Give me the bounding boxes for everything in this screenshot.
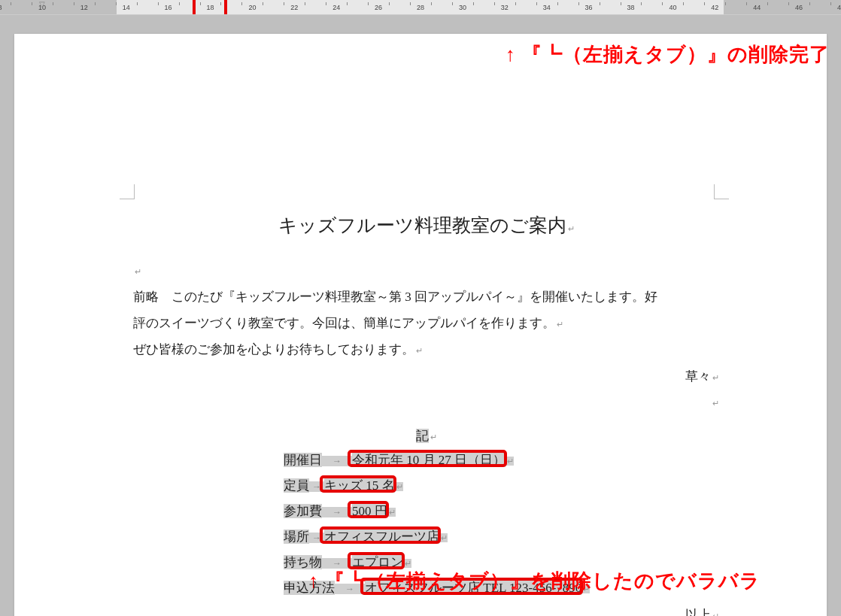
tab-arrow-icon: → xyxy=(335,584,365,594)
return-mark: ↵ xyxy=(395,482,403,491)
margin-corner-tr xyxy=(714,184,729,199)
body-line-3: ぜひ皆様のご参加を心よりお待ちしております。↵ xyxy=(133,337,719,363)
ruler-number: 32 xyxy=(501,4,509,11)
ruler-number: 22 xyxy=(290,4,298,11)
ruler-number: 46 xyxy=(795,4,803,11)
ruler-number: 40 xyxy=(669,4,676,11)
indent-marker-icon[interactable]: ▽ xyxy=(39,0,47,8)
return-mark: ↵ xyxy=(403,559,411,568)
detail-row: 定員→キッズ 15 名↵ xyxy=(284,473,719,499)
blank-line: ↵ xyxy=(133,258,719,284)
ruler-number: 36 xyxy=(585,4,593,11)
ruler-number: 8 xyxy=(0,4,2,11)
detail-row: 参加費→500 円↵ xyxy=(284,499,719,524)
ruler-number: 30 xyxy=(459,4,466,11)
document-page: キッズフルーツ料理教室のご案内↵ ↵ 前略 このたび『キッズフルーツ料理教室～第… xyxy=(14,34,827,616)
detail-value: 500 円 xyxy=(352,504,387,518)
detail-value: オフィスフルーツ店 xyxy=(324,530,439,544)
detail-row: 開催日→令和元年 10 月 27 日（日）↵ xyxy=(284,448,719,473)
ruler-number: 20 xyxy=(248,4,256,11)
detail-label: 持ち物 xyxy=(284,555,322,569)
ruler-number: 38 xyxy=(627,4,634,11)
return-mark: ↵ xyxy=(506,457,514,466)
ruler-number: 18 xyxy=(206,4,214,11)
detail-value: オフィスフルーツ店 TEL 123-456-7890 xyxy=(365,581,581,595)
detail-row: 場所→オフィスフルーツ店↵ xyxy=(284,524,719,550)
ruler-number: 24 xyxy=(332,4,340,11)
page-area: キッズフルーツ料理教室のご案内↵ ↵ 前略 このたび『キッズフルーツ料理教室～第… xyxy=(0,15,841,616)
ruler-number: 16 xyxy=(165,4,172,11)
detail-block: 開催日→令和元年 10 月 27 日（日）↵定員→キッズ 15 名↵参加費→50… xyxy=(284,448,719,601)
body-line-1: 前略 このたび『キッズフルーツ料理教室～第 3 回アップルパイ～』を開催いたしま… xyxy=(133,284,719,311)
tab-arrow-icon: → xyxy=(322,558,352,569)
detail-label: 定員 xyxy=(284,478,309,493)
closing-soso: 草々↵ xyxy=(133,364,719,390)
page-title: キッズフルーツ料理教室のご案内↵ xyxy=(133,207,719,244)
blank-line-2: ↵ xyxy=(133,390,719,416)
ijo-closing: 以上↵ xyxy=(133,602,719,616)
tab-arrow-icon: → xyxy=(309,533,324,543)
ki-heading: 記↵ xyxy=(133,423,719,449)
margin-corner-tl xyxy=(120,184,135,199)
tab-arrow-icon: → xyxy=(322,507,352,517)
detail-label: 参加費 xyxy=(284,504,322,518)
ruler-number: 12 xyxy=(80,4,88,11)
return-mark: ↵ xyxy=(387,508,396,517)
return-mark: ↵ xyxy=(566,224,575,233)
return-mark: ↵ xyxy=(581,584,590,593)
detail-value: エプロン xyxy=(352,555,403,569)
return-mark: ↵ xyxy=(439,533,448,542)
ruler-number: 44 xyxy=(753,4,761,11)
ruler-number: 14 xyxy=(123,4,130,11)
ruler-number: 42 xyxy=(711,4,718,11)
tab-arrow-icon: → xyxy=(309,481,324,492)
tab-arrow-icon: → xyxy=(322,456,352,466)
ruler-number: 34 xyxy=(543,4,551,11)
detail-label: 申込方法 xyxy=(284,581,335,595)
ruler-number: 26 xyxy=(375,4,382,11)
horizontal-ruler[interactable]: 8101214161820222426283032343638404244464… xyxy=(0,0,841,15)
ruler-number: 48 xyxy=(837,4,841,11)
detail-label: 場所 xyxy=(284,530,309,544)
detail-value: 令和元年 10 月 27 日（日） xyxy=(352,453,506,467)
detail-value: キッズ 15 名 xyxy=(324,478,395,493)
ruler-number: 28 xyxy=(417,4,424,11)
document-content: キッズフルーツ料理教室のご案内↵ ↵ 前略 このたび『キッズフルーツ料理教室～第… xyxy=(133,207,719,616)
body-line-2: 評のスイーツづくり教室です。今回は、簡単にアップルパイを作ります。↵ xyxy=(133,311,719,337)
detail-row: 持ち物→エプロン↵ xyxy=(284,550,719,575)
detail-row: 申込方法→オフィスフルーツ店 TEL 123-456-7890↵ xyxy=(284,575,719,601)
detail-label: 開催日 xyxy=(284,453,322,467)
